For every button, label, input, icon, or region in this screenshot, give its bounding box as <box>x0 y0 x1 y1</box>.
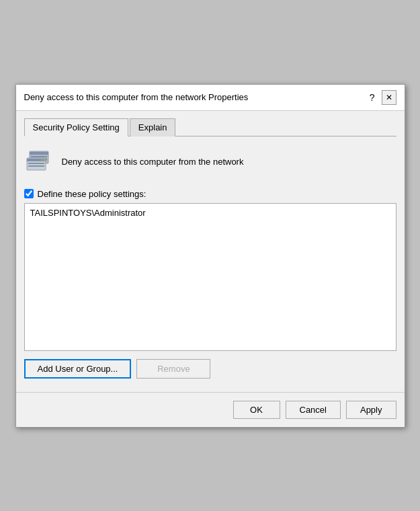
dialog-title: Deny access to this computer from the ne… <box>24 92 249 102</box>
svg-rect-2 <box>31 156 47 157</box>
action-buttons: Add User or Group... Remove <box>24 359 396 379</box>
svg-rect-7 <box>28 165 44 167</box>
ok-button[interactable]: OK <box>233 401 280 419</box>
add-user-group-button[interactable]: Add User or Group... <box>24 359 132 379</box>
checkbox-label[interactable]: Define these policy settings: <box>38 189 146 199</box>
server-icon <box>24 147 54 177</box>
title-bar: Deny access to this computer from the ne… <box>16 85 405 111</box>
svg-point-8 <box>40 159 42 160</box>
tab-bar: Security Policy Setting Explain <box>24 118 396 136</box>
close-button[interactable]: ✕ <box>382 90 396 105</box>
tab-security-policy[interactable]: Security Policy Setting <box>24 118 128 136</box>
svg-point-9 <box>43 159 44 160</box>
list-item[interactable]: TAILSPINTOYS\Administrator <box>28 206 393 219</box>
dialog-window: Deny access to this computer from the ne… <box>15 84 405 428</box>
dialog-body: Security Policy Setting Explain <box>16 111 405 379</box>
apply-button[interactable]: Apply <box>346 401 396 419</box>
define-policy-checkbox[interactable] <box>24 189 34 198</box>
svg-rect-6 <box>28 163 44 164</box>
policy-header: Deny access to this computer from the ne… <box>24 145 396 180</box>
tab-explain[interactable]: Explain <box>130 118 176 136</box>
checkbox-row: Define these policy settings: <box>24 189 396 199</box>
svg-rect-1 <box>30 152 48 155</box>
users-listbox[interactable]: TAILSPINTOYS\Administrator <box>24 203 396 351</box>
title-bar-controls: ? ✕ <box>367 90 396 105</box>
policy-description: Deny access to this computer from the ne… <box>62 157 244 167</box>
dialog-footer: OK Cancel Apply <box>16 392 405 427</box>
help-button[interactable]: ? <box>367 92 378 103</box>
cancel-button[interactable]: Cancel <box>286 401 341 419</box>
svg-rect-5 <box>27 159 46 161</box>
remove-button[interactable]: Remove <box>136 359 210 379</box>
